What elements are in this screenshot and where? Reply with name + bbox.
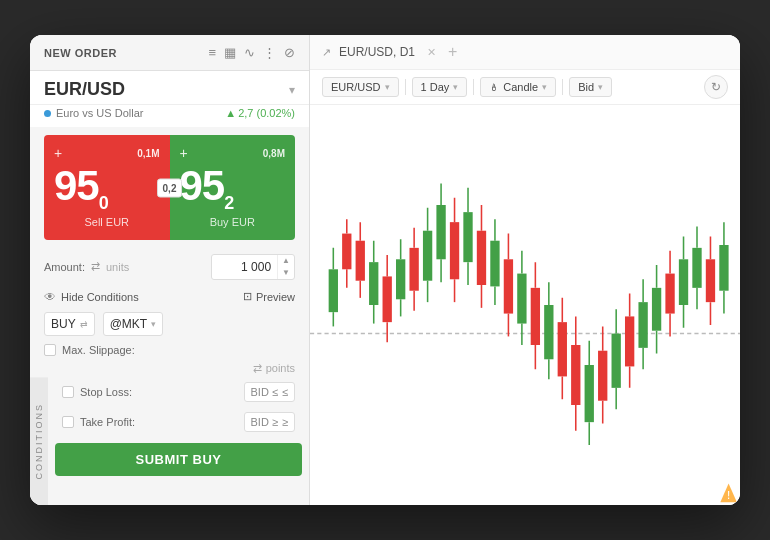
stop-loss-val: BID ≤ <box>251 386 278 398</box>
separator-2 <box>473 79 474 95</box>
bid-amount: 0,1M <box>137 148 159 159</box>
chart-tab-icon: ↗ <box>322 46 331 59</box>
points-label: points <box>266 362 295 374</box>
chart-line-icon[interactable]: ∿ <box>244 45 255 60</box>
amount-row: Amount: ⇄ units ▲ ▼ <box>30 248 309 285</box>
slippage-checkbox[interactable] <box>44 344 56 356</box>
price-change: ▲ 2,7 (0.02%) <box>225 107 295 119</box>
chart-type-label: Candle <box>503 81 538 93</box>
svg-rect-24 <box>436 205 445 259</box>
take-profit-arrow: ≥ <box>282 416 288 428</box>
hide-conditions-label: Hide Conditions <box>61 291 139 303</box>
separator-1 <box>405 79 406 95</box>
swap-icon: ⇄ <box>91 260 100 273</box>
svg-rect-51 <box>558 322 567 376</box>
svg-rect-6 <box>356 241 365 281</box>
svg-rect-66 <box>625 316 634 366</box>
chart-type-select[interactable]: 🕯 Candle ▾ <box>480 77 556 97</box>
amount-stepper: ▲ ▼ <box>277 255 294 278</box>
ask-top-row: + 0,8M <box>180 145 286 161</box>
at-mkt-select[interactable]: @MKT ▾ <box>103 312 164 336</box>
add-tab-icon[interactable]: + <box>448 43 457 61</box>
bid-ask-container: + 0,1M 950 Sell EUR 0,2 + 0,8M 952 Buy E… <box>30 127 309 248</box>
close-tab-icon[interactable]: ✕ <box>427 46 436 59</box>
ask-price: 952 <box>180 165 286 212</box>
ask-label: Buy EUR <box>180 216 286 228</box>
header-icons: ≡ ▦ ∿ ⋮ ⊘ <box>208 45 295 60</box>
conditions-label: CONDITIONS <box>30 377 48 505</box>
status-dot <box>44 110 51 117</box>
buy-select[interactable]: BUY ⇄ <box>44 312 95 336</box>
buy-select-label: BUY <box>51 317 76 331</box>
candlestick-chart: ! <box>310 105 740 505</box>
ask-price-decimal: 2 <box>224 193 233 213</box>
more-icon[interactable]: ⋮ <box>263 45 276 60</box>
at-mkt-arrow: ▾ <box>151 319 156 329</box>
svg-rect-54 <box>571 345 580 405</box>
bid-box[interactable]: + 0,1M 950 Sell EUR <box>44 135 170 240</box>
symbol-select-arrow: ▾ <box>385 82 390 92</box>
buy-select-arrow: ⇄ <box>80 319 88 329</box>
svg-rect-15 <box>396 259 405 299</box>
timeframe-label: 1 Day <box>421 81 450 93</box>
bid-plus-icon[interactable]: + <box>54 145 62 161</box>
svg-rect-9 <box>369 262 378 305</box>
buy-mkt-row: BUY ⇄ @MKT ▾ <box>30 308 309 340</box>
take-profit-val: BID ≥ <box>251 416 278 428</box>
svg-rect-48 <box>544 305 553 359</box>
take-profit-select[interactable]: BID ≥ ≥ <box>244 412 295 432</box>
filter-icon[interactable]: ≡ <box>208 45 216 60</box>
svg-text:!: ! <box>727 489 730 502</box>
preview-button[interactable]: ⊡ Preview <box>243 290 295 303</box>
submit-buy-button[interactable]: SUBMIT BUY <box>55 443 302 476</box>
bid-label: Sell EUR <box>54 216 160 228</box>
bid-price-decimal: 0 <box>99 193 108 213</box>
stop-loss-select[interactable]: BID ≤ ≤ <box>244 382 295 402</box>
chart-header: ↗ EUR/USD, D1 ✕ + <box>310 35 740 70</box>
chart-tab-label[interactable]: EUR/USD, D1 <box>339 45 415 59</box>
preview-label: Preview <box>256 291 295 303</box>
panel-header: NEW ORDER ≡ ▦ ∿ ⋮ ⊘ <box>30 35 309 71</box>
amount-input[interactable] <box>212 256 277 278</box>
symbol-toolbar-select[interactable]: EUR/USD ▾ <box>322 77 399 97</box>
svg-rect-87 <box>719 245 728 291</box>
eye-icon: 👁 <box>44 290 56 304</box>
symbol-desc-text: Euro vs US Dollar <box>56 107 143 119</box>
svg-rect-18 <box>409 248 418 291</box>
svg-rect-33 <box>477 231 486 285</box>
refresh-button[interactable]: ↻ <box>704 75 728 99</box>
eye-off-icon[interactable]: ⊘ <box>284 45 295 60</box>
conditions-inner: Stop Loss: BID ≤ ≤ Take Profit: BID ≥ ≥ … <box>48 377 309 505</box>
svg-rect-72 <box>652 288 661 331</box>
svg-rect-42 <box>517 274 526 324</box>
take-profit-checkbox[interactable] <box>62 416 74 428</box>
chart-type-arrow: ▾ <box>542 82 547 92</box>
timeframe-arrow: ▾ <box>453 82 458 92</box>
hide-conditions[interactable]: 👁 Hide Conditions <box>44 290 139 304</box>
svg-rect-81 <box>692 248 701 288</box>
panel-title: NEW ORDER <box>44 47 117 59</box>
svg-rect-75 <box>665 274 674 314</box>
svg-rect-36 <box>490 241 499 287</box>
price-change-arrow: ▲ <box>225 107 236 119</box>
stop-loss-label: Stop Loss: <box>80 386 132 398</box>
svg-rect-78 <box>679 259 688 305</box>
price-type-arrow: ▾ <box>598 82 603 92</box>
stepper-up[interactable]: ▲ <box>278 255 294 267</box>
bid-top-row: + 0,1M <box>54 145 160 161</box>
slippage-row: Max. Slippage: <box>30 340 309 360</box>
stepper-down[interactable]: ▼ <box>278 267 294 279</box>
stop-loss-arrow: ≤ <box>282 386 288 398</box>
ask-amount: 0,8M <box>263 148 285 159</box>
price-type-select[interactable]: Bid ▾ <box>569 77 612 97</box>
stop-loss-checkbox[interactable] <box>62 386 74 398</box>
table-icon[interactable]: ▦ <box>224 45 236 60</box>
ask-plus-icon[interactable]: + <box>180 145 188 161</box>
candle-icon: 🕯 <box>489 82 499 93</box>
symbol-description: Euro vs US Dollar <box>44 107 143 119</box>
symbol-chevron-icon[interactable]: ▾ <box>289 83 295 97</box>
ask-box[interactable]: + 0,8M 952 Buy EUR <box>170 135 296 240</box>
swap-points-icon: ⇄ <box>253 362 262 375</box>
svg-rect-39 <box>504 259 513 313</box>
timeframe-select[interactable]: 1 Day ▾ <box>412 77 468 97</box>
